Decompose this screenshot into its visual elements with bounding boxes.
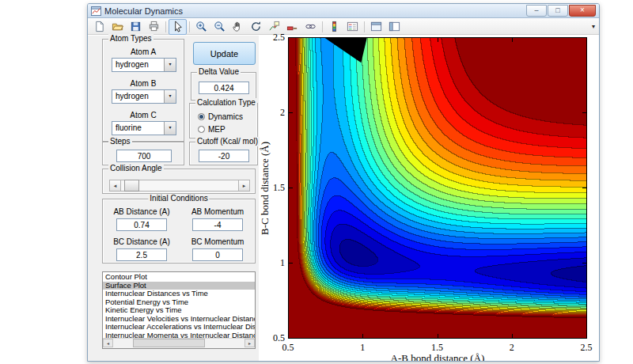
dropdown-arrow-icon[interactable]: ▾ [164,122,176,135]
collision-angle-panel: Collision Angle ◂ ▸ [102,169,256,194]
toolbar-separator [189,21,190,32]
minimize-button[interactable]: – [526,5,547,17]
dropdown-arrow-icon[interactable]: ▾ [164,59,176,71]
list-item[interactable]: Internuclear Accelerations vs Internucle… [103,323,255,332]
maximize-button[interactable]: □ [548,5,568,17]
scrollbar-thumb[interactable] [133,339,205,347]
update-button[interactable]: Update [193,42,256,65]
brush-icon [286,21,298,32]
save-figure-button[interactable] [127,19,145,35]
list-item[interactable]: Contour Plot [103,273,255,282]
figure-content: Atom Types Atom Ahydrogen▾Atom Bhydrogen… [88,36,599,361]
atom-a-label: Atom A [103,47,184,56]
scrollbar-left-arrow-icon[interactable]: ◂ [103,339,113,347]
listbox-hscrollbar[interactable]: ◂ ▸ [103,338,255,348]
list-item[interactable]: Internuclear Velocities vs Internuclear … [103,315,255,324]
open-file-button[interactable] [108,19,127,35]
atom-b-dropdown[interactable]: hydrogen▾ [112,89,176,104]
pan-button[interactable] [229,19,247,35]
toolbar-separator [165,21,166,32]
collision-angle-title: Collision Angle [108,164,164,173]
x-axis-label: A-B bond distance (Å) [288,352,587,362]
atom-a-dropdown[interactable]: hydrogen▾ [112,58,176,72]
edit-plot-button[interactable] [169,19,187,35]
scrollbar-right-arrow-icon[interactable]: ▸ [244,339,255,347]
toolbar-separator [322,21,323,32]
atom-types-title: Atom Types [108,34,154,44]
delta-value-panel: Delta Value [191,72,256,100]
slider-thumb[interactable] [124,180,139,191]
atom-types-panel: Atom Types Atom Ahydrogen▾Atom Bhydrogen… [102,39,184,142]
atom-b-value: hydrogen [116,92,149,100]
calculation-type-title: Calculation Type [195,98,257,108]
ab-momentum-input[interactable] [192,218,243,231]
slider-right-arrow-icon[interactable]: ▸ [238,180,250,191]
atom-b-label: Atom B [103,79,184,88]
colorbar-icon [328,21,340,32]
insert-legend-button[interactable] [343,19,362,35]
zoom-out-icon [214,21,226,32]
list-item[interactable]: Surface Plot [103,282,255,290]
mep-radio-label: MEP [208,125,226,134]
dropdown-arrow-icon[interactable]: ▾ [164,90,176,103]
toolbar-buttons [90,19,404,35]
window-title: Molecular Dynamics [104,6,183,16]
app-icon [91,6,101,16]
link-plot-button[interactable] [301,19,320,35]
legend-icon [347,21,358,32]
brush-data-button[interactable] [283,19,301,35]
bc-momentum-label: BC Momentum [182,237,253,246]
toolbar-overflow-icon[interactable]: ▾ [592,23,597,30]
plot-axes: 0.511.522.5 2.521.510.5 A-B bond distanc… [288,37,587,339]
initial-conditions-title: Initial Conditions [148,194,209,203]
list-item[interactable]: Potential Energy vs Time [103,298,255,307]
print-figure-button[interactable] [145,19,163,35]
atom-c-label: Atom C [103,111,184,119]
bc-momentum-input[interactable] [192,248,243,261]
ab-momentum-label: AB Momentum [182,207,253,216]
pes-contour-canvas [288,37,587,339]
insert-colorbar-button[interactable] [325,19,343,35]
atom-c-dropdown[interactable]: fluorine▾ [112,121,176,135]
show-plot-tools-button[interactable] [385,19,404,35]
save-icon [130,21,142,32]
steps-input[interactable] [116,150,172,162]
zoom-in-icon [195,21,207,32]
toolbar-separator [364,21,365,32]
ab-distance-input[interactable] [116,218,167,231]
cutoff-input[interactable] [199,150,249,162]
new-figure-button[interactable] [90,19,108,35]
atom-a-value: hydrogen [116,60,149,69]
slider-left-arrow-icon[interactable]: ◂ [109,180,121,191]
list-item[interactable]: Kinetic Energy vs Time [103,306,255,315]
dynamics-radio-label: Dynamics [208,112,243,121]
dynamics-radio[interactable] [198,113,205,120]
hide-plot-tools-button[interactable] [367,19,385,35]
app-window: Molecular Dynamics – □ × ▾ Atom Types At… [87,3,600,362]
steps-panel: Steps [102,142,184,165]
mep-radio[interactable] [198,126,205,133]
collision-angle-slider[interactable]: ◂ ▸ [109,180,250,191]
mep-radio-row: MEP [198,124,226,134]
plot-type-items: Contour PlotSurface PlotInternuclear Dis… [103,273,255,339]
close-button[interactable]: × [569,5,596,17]
screenshot-root: Molecular Dynamics – □ × ▾ Atom Types At… [0,0,633,364]
show-tools-icon [389,21,400,32]
steps-title: Steps [108,137,132,146]
zoom-out-button[interactable] [210,19,229,35]
bc-distance-label: BC Distance (A) [106,237,177,246]
cutoff-panel: Cutoff (Kcal/ mol) [189,142,258,165]
y-axis-label: B-C bond distance (Å) [259,38,271,339]
zoom-in-button[interactable] [192,19,210,35]
bc-distance-input[interactable] [116,248,167,261]
plot-type-listbox: Contour PlotSurface PlotInternuclear Dis… [102,271,256,349]
delta-value-input[interactable] [199,82,249,94]
hide-tools-icon [370,21,382,32]
calculation-type-panel: Calculation Type DynamicsMEP [189,103,258,138]
list-item[interactable]: Internuclear Distances vs Time [103,290,255,298]
atom-c-value: fluorine [116,123,142,132]
ab-distance-label: AB Distance (A) [106,207,177,216]
new-icon [93,21,105,32]
cutoff-title: Cutoff (Kcal/ mol) [195,137,260,146]
titlebar[interactable]: Molecular Dynamics – □ × [88,4,599,18]
